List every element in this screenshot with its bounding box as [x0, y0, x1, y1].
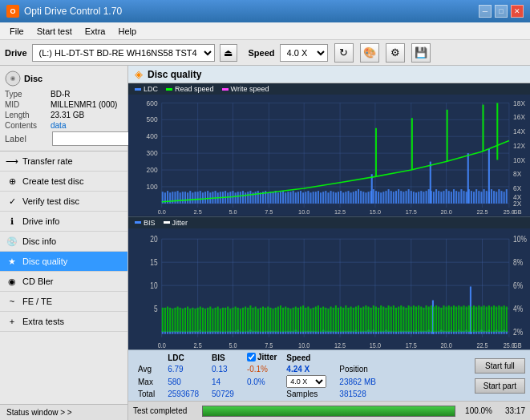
nav-verify-test-disc[interactable]: ✓ Verify test disc: [0, 192, 127, 212]
svg-rect-380: [229, 309, 231, 332]
svg-rect-361: [182, 309, 184, 332]
minimize-button[interactable]: ─: [479, 5, 492, 18]
main-content: Disc Type BD-R MID MILLENMR1 (000) Lengt…: [0, 66, 530, 420]
svg-rect-33: [189, 191, 191, 204]
svg-rect-38: [202, 192, 204, 204]
bottom-chart-svg-area: 20 15 10 5 10% 8% 6% 4% 2%: [128, 228, 530, 350]
jitter-checkbox[interactable]: [247, 353, 256, 361]
menu-extra[interactable]: Extra: [79, 25, 112, 38]
svg-rect-468: [451, 306, 452, 332]
svg-rect-107: [375, 191, 377, 204]
extra-tests-icon: +: [6, 316, 18, 327]
status-window-btn[interactable]: Status window > >: [0, 404, 127, 420]
nav-create-test-disc[interactable]: ⊕ Create test disc: [0, 172, 127, 192]
close-button[interactable]: ✕: [511, 5, 524, 18]
stats-total-ldc: 2593678: [161, 389, 205, 399]
svg-rect-36: [197, 192, 199, 204]
write-legend: Write speed: [222, 85, 269, 93]
stats-position-header: [333, 352, 382, 364]
disc-type-row: Type BD-R: [5, 90, 123, 99]
eject-button[interactable]: ⏏: [220, 44, 237, 62]
svg-rect-163: [488, 149, 490, 204]
nav-drive-info[interactable]: ℹ Drive info: [0, 212, 127, 232]
svg-rect-132: [438, 191, 439, 204]
menu-start-test[interactable]: Start test: [30, 25, 79, 38]
svg-rect-471: [458, 305, 459, 332]
write-legend-dot: [222, 88, 229, 91]
svg-rect-146: [473, 192, 475, 204]
svg-rect-167: [483, 105, 484, 152]
svg-rect-64: [267, 192, 269, 204]
menu-file[interactable]: File: [3, 25, 30, 38]
stats-speed-select[interactable]: 4.0 X: [286, 375, 326, 388]
read-legend-dot: [166, 88, 172, 91]
jitter-legend: Jitter: [164, 219, 188, 227]
svg-rect-140: [458, 192, 459, 204]
svg-rect-104: [368, 192, 370, 204]
stats-position-label: Position: [333, 364, 382, 374]
svg-rect-366: [194, 309, 196, 332]
svg-rect-446: [395, 307, 397, 331]
svg-rect-54: [242, 191, 244, 204]
svg-rect-387: [247, 307, 249, 331]
menu-help[interactable]: Help: [111, 25, 143, 38]
stats-avg-row: Avg 6.79 0.13 -0.1% 4.24 X Position: [131, 364, 382, 374]
settings-button2[interactable]: ⚙: [386, 43, 405, 63]
svg-rect-363: [187, 306, 188, 332]
svg-rect-457: [423, 307, 424, 331]
svg-rect-98: [353, 192, 354, 204]
svg-rect-136: [448, 191, 450, 204]
svg-text:12X: 12X: [513, 142, 525, 150]
start-full-btn[interactable]: Start full: [475, 358, 525, 374]
bis-legend-label: BIS: [144, 219, 156, 227]
nav-disc-info[interactable]: 💿 Disc info: [0, 232, 127, 252]
svg-rect-412: [310, 309, 311, 332]
progress-status-label: Test completed: [133, 406, 197, 415]
svg-rect-396: [269, 307, 271, 331]
svg-rect-145: [471, 191, 472, 204]
stats-max-label: Max: [131, 374, 161, 389]
svg-rect-424: [340, 306, 342, 332]
svg-rect-461: [433, 306, 435, 332]
nav-disc-quality[interactable]: ★ Disc quality: [0, 252, 127, 272]
stats-samples-label: Samples: [280, 389, 333, 399]
save-button[interactable]: 💾: [411, 43, 431, 63]
svg-rect-124: [418, 192, 419, 204]
svg-text:0.0: 0.0: [158, 208, 166, 216]
maximize-button[interactable]: □: [495, 5, 508, 18]
drive-select[interactable]: (L:) HL-DT-ST BD-RE WH16NS58 TST4: [32, 44, 215, 62]
stats-speed-select-cell: 4.0 X: [280, 374, 333, 389]
svg-rect-141: [460, 189, 462, 204]
nav-extra-tests[interactable]: + Extra tests: [0, 312, 127, 332]
svg-rect-121: [411, 191, 412, 204]
nav-verify-test-disc-label: Verify test disc: [22, 196, 79, 206]
nav-cd-bler[interactable]: ◉ CD Bler: [0, 272, 127, 292]
svg-text:0.0: 0.0: [158, 340, 166, 349]
svg-rect-413: [313, 307, 314, 331]
svg-text:17.5: 17.5: [406, 208, 417, 216]
svg-rect-405: [293, 307, 294, 331]
nav-transfer-rate[interactable]: ⟶ Transfer rate: [0, 151, 127, 172]
svg-rect-28: [177, 191, 179, 204]
nav-fe-te-label: FE / TE: [22, 297, 52, 306]
nav-fe-te[interactable]: ~ FE / TE: [0, 292, 127, 312]
svg-rect-410: [305, 307, 306, 331]
svg-rect-30: [182, 192, 184, 204]
stats-avg-ldc: 6.79: [161, 364, 205, 374]
nav-create-test-disc-label: Create test disc: [22, 176, 83, 186]
svg-rect-83: [315, 192, 317, 204]
svg-rect-164: [375, 128, 377, 177]
svg-rect-426: [345, 305, 346, 332]
refresh-button[interactable]: ↻: [334, 43, 354, 63]
svg-rect-470: [455, 306, 457, 332]
disc-mid-row: MID MILLENMR1 (000): [5, 100, 123, 109]
svg-rect-488: [500, 306, 502, 332]
nav-disc-info-label: Disc info: [22, 236, 56, 246]
speed-select[interactable]: 4.0 X: [280, 44, 328, 62]
svg-text:20.0: 20.0: [441, 340, 453, 349]
title-bar-left: O Opti Drive Control 1.70: [6, 5, 122, 18]
start-part-btn[interactable]: Start part: [475, 378, 525, 394]
settings-button1[interactable]: 🎨: [360, 43, 379, 63]
menu-bar: File Start test Extra Help: [0, 22, 530, 40]
svg-rect-486: [496, 306, 497, 332]
